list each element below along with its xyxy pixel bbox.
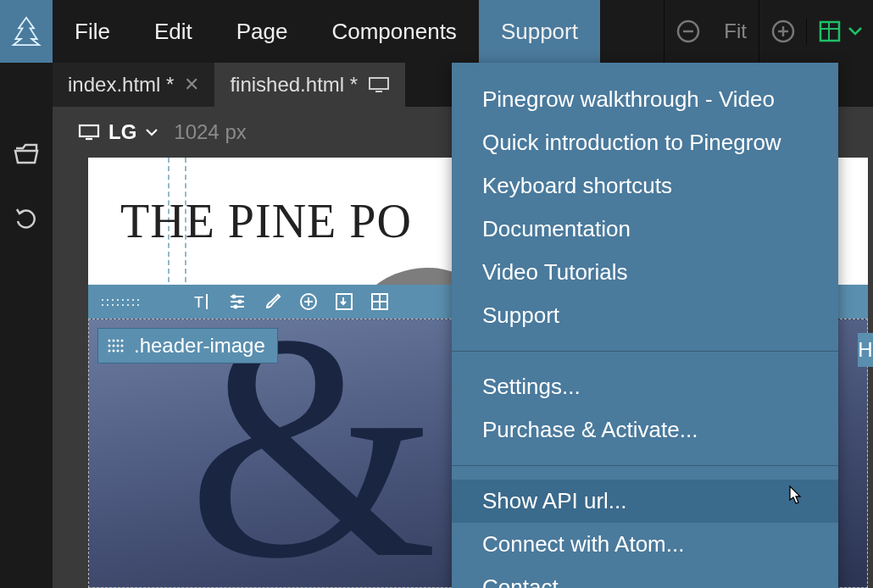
- svg-point-33: [113, 345, 115, 347]
- menu-item-support[interactable]: Support: [452, 294, 838, 337]
- chevron-down-icon: [145, 128, 158, 136]
- left-sidebar: [0, 63, 53, 588]
- svg-point-32: [108, 345, 111, 347]
- svg-point-36: [108, 350, 111, 352]
- tab-finished[interactable]: finished.html *: [214, 63, 405, 107]
- insert-icon[interactable]: [334, 291, 354, 312]
- menu-item-docs[interactable]: Documentation: [452, 208, 838, 251]
- menu-separator: [452, 465, 838, 466]
- brush-icon[interactable]: [263, 291, 283, 312]
- monitor-icon: [78, 124, 100, 141]
- menu-item-intro[interactable]: Quick introduction to Pinegrow: [452, 121, 838, 164]
- svg-text:T: T: [194, 294, 203, 311]
- menu-page[interactable]: Page: [214, 0, 310, 63]
- svg-point-20: [234, 305, 238, 309]
- tab-label: finished.html *: [230, 73, 358, 97]
- svg-point-19: [238, 300, 242, 304]
- menu-separator: [452, 351, 838, 352]
- undo-button[interactable]: [11, 203, 42, 234]
- menu-item-shortcuts[interactable]: Keyboard shortcuts: [452, 164, 838, 208]
- top-menu-bar: File Edit Page Components Support Fit: [0, 0, 873, 63]
- plus-circle-icon: [770, 19, 796, 44]
- menu-edit[interactable]: Edit: [132, 0, 214, 63]
- table-icon[interactable]: [370, 291, 390, 312]
- svg-point-39: [121, 350, 124, 352]
- grid-toggle-button[interactable]: [806, 19, 873, 44]
- breakpoint-width: 1024 px: [174, 120, 246, 144]
- zoom-level-label[interactable]: Fit: [712, 19, 759, 43]
- project-button[interactable]: [11, 139, 42, 169]
- menu-item-settings[interactable]: Settings...: [452, 365, 838, 408]
- svg-point-29: [113, 340, 115, 342]
- zoom-out-button[interactable]: [664, 0, 712, 63]
- svg-point-38: [117, 350, 120, 352]
- element-badge: H: [858, 333, 873, 367]
- zoom-in-button[interactable]: [759, 0, 806, 63]
- menu-item-contact[interactable]: Contact...: [452, 566, 838, 588]
- tab-label: index.html *: [68, 73, 174, 97]
- minus-circle-icon: [676, 19, 701, 44]
- breakpoint-selector[interactable]: LG 1024 px: [78, 120, 247, 144]
- pinegrow-logo-icon: [11, 16, 42, 47]
- selection-label-text: .header-image: [134, 334, 265, 358]
- sliders-icon[interactable]: [227, 291, 247, 312]
- zoom-controls: Fit: [664, 0, 873, 63]
- grid-icon: [817, 19, 842, 44]
- tab-close-button[interactable]: ✕: [184, 74, 199, 96]
- add-icon[interactable]: [298, 291, 319, 312]
- folder-icon: [14, 143, 39, 165]
- svg-point-18: [232, 295, 236, 299]
- undo-icon: [14, 206, 39, 231]
- app-logo[interactable]: [0, 0, 53, 63]
- chevron-down-icon: [848, 26, 863, 36]
- svg-point-37: [113, 350, 115, 352]
- svg-point-34: [117, 345, 120, 347]
- svg-point-31: [121, 340, 124, 342]
- svg-rect-11: [80, 125, 98, 136]
- menu-item-api-url[interactable]: Show API url...: [452, 480, 838, 523]
- menu-components[interactable]: Components: [309, 0, 478, 63]
- page-title: THE PINE PO: [120, 194, 412, 248]
- menu-item-purchase[interactable]: Purchase & Activate...: [452, 408, 838, 452]
- menu-support[interactable]: Support: [479, 0, 600, 63]
- menu-item-atom[interactable]: Connect with Atom...: [452, 523, 838, 566]
- svg-point-28: [108, 340, 111, 342]
- selection-label-tag[interactable]: .header-image: [97, 328, 278, 363]
- menu-file[interactable]: File: [53, 0, 132, 63]
- monitor-icon: [368, 76, 390, 93]
- breakpoint-size: LG: [108, 120, 136, 144]
- menu-item-walkthrough[interactable]: Pinegrow walkthrough - Video: [452, 78, 838, 121]
- svg-rect-9: [370, 78, 388, 89]
- grid-dots-icon: [107, 338, 125, 353]
- menu-item-tutorials[interactable]: Video Tutorials: [452, 251, 838, 294]
- text-edit-icon[interactable]: T: [192, 291, 212, 312]
- support-dropdown: Pinegrow walkthrough - Video Quick intro…: [452, 63, 838, 588]
- svg-point-30: [117, 340, 120, 342]
- svg-point-35: [121, 345, 124, 347]
- tab-index[interactable]: index.html * ✕: [53, 63, 214, 107]
